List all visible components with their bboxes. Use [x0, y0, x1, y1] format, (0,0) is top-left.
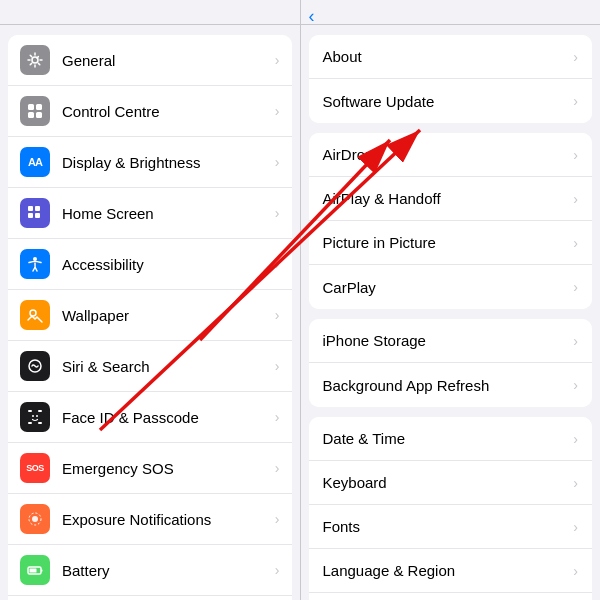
right-group-3: Date & Time›Keyboard›Fonts›Language & Re…	[309, 417, 593, 600]
right-chevron-airdrop-icon: ›	[573, 147, 578, 163]
left-item-battery[interactable]: Battery›	[8, 545, 292, 596]
right-item-iphone-storage[interactable]: iPhone Storage›	[309, 319, 593, 363]
right-item-airdrop[interactable]: AirDrop›	[309, 133, 593, 177]
homescreen-label: Home Screen	[62, 205, 275, 222]
accessibility-chevron-icon: ›	[275, 256, 280, 272]
siri-label: Siri & Search	[62, 358, 275, 375]
right-item-keyboard[interactable]: Keyboard›	[309, 461, 593, 505]
right-item-fonts[interactable]: Fonts›	[309, 505, 593, 549]
left-item-homescreen[interactable]: Home Screen›	[8, 188, 292, 239]
right-label-airplay: AirPlay & Handoff	[323, 190, 574, 207]
right-label-bg-refresh: Background App Refresh	[323, 377, 574, 394]
svg-rect-13	[38, 410, 42, 412]
right-panel: ‹ About›Software Update›AirDrop›AirPlay …	[301, 0, 601, 600]
svg-rect-22	[41, 570, 43, 572]
control-centre-label: Control Centre	[62, 103, 275, 120]
right-chevron-fonts-icon: ›	[573, 519, 578, 535]
svg-rect-14	[28, 422, 32, 424]
right-item-airplay[interactable]: AirPlay & Handoff›	[309, 177, 593, 221]
svg-point-9	[33, 257, 37, 261]
sos-icon: SOS	[20, 453, 50, 483]
right-label-airdrop: AirDrop	[323, 146, 574, 163]
wallpaper-chevron-icon: ›	[275, 307, 280, 323]
siri-icon	[20, 351, 50, 381]
faceid-icon	[20, 402, 50, 432]
right-item-dictionary[interactable]: Dictionary›	[309, 593, 593, 600]
svg-rect-2	[36, 104, 42, 110]
left-item-wallpaper[interactable]: Wallpaper›	[8, 290, 292, 341]
battery-chevron-icon: ›	[275, 562, 280, 578]
right-label-iphone-storage: iPhone Storage	[323, 332, 574, 349]
general-chevron-icon: ›	[275, 52, 280, 68]
right-item-language[interactable]: Language & Region›	[309, 549, 593, 593]
right-chevron-carplay-icon: ›	[573, 279, 578, 295]
general-icon	[20, 45, 50, 75]
battery-icon	[20, 555, 50, 585]
svg-rect-6	[35, 206, 40, 211]
left-item-accessibility[interactable]: Accessibility›	[8, 239, 292, 290]
left-item-sos[interactable]: SOSEmergency SOS›	[8, 443, 292, 494]
left-item-control-centre[interactable]: Control Centre›	[8, 86, 292, 137]
control-centre-icon	[20, 96, 50, 126]
svg-rect-5	[28, 206, 33, 211]
right-label-about: About	[323, 48, 574, 65]
battery-label: Battery	[62, 562, 275, 579]
svg-point-18	[32, 516, 38, 522]
exposure-icon	[20, 504, 50, 534]
right-label-language: Language & Region	[323, 562, 574, 579]
left-item-faceid[interactable]: Face ID & Passcode›	[8, 392, 292, 443]
right-group-0: About›Software Update›	[309, 35, 593, 123]
left-panel: General›Control Centre›AADisplay & Brigh…	[0, 0, 300, 600]
right-item-picture[interactable]: Picture in Picture›	[309, 221, 593, 265]
right-label-software-update: Software Update	[323, 93, 574, 110]
svg-rect-15	[38, 422, 42, 424]
exposure-label: Exposure Notifications	[62, 511, 275, 528]
svg-point-10	[30, 310, 36, 316]
left-item-exposure[interactable]: Exposure Notifications›	[8, 494, 292, 545]
svg-rect-1	[28, 104, 34, 110]
display-label: Display & Brightness	[62, 154, 275, 171]
left-panel-header	[0, 0, 300, 25]
svg-rect-4	[36, 112, 42, 118]
right-group-2: iPhone Storage›Background App Refresh›	[309, 319, 593, 407]
left-group-1: General›Control Centre›AADisplay & Brigh…	[8, 35, 292, 600]
right-group-1: AirDrop›AirPlay & Handoff›Picture in Pic…	[309, 133, 593, 309]
faceid-label: Face ID & Passcode	[62, 409, 275, 426]
accessibility-label: Accessibility	[62, 256, 275, 273]
right-chevron-bg-refresh-icon: ›	[573, 377, 578, 393]
svg-rect-21	[30, 569, 37, 573]
left-item-general[interactable]: General›	[8, 35, 292, 86]
right-label-fonts: Fonts	[323, 518, 574, 535]
settings-list: General›Control Centre›AADisplay & Brigh…	[0, 25, 300, 600]
left-item-display[interactable]: AADisplay & Brightness›	[8, 137, 292, 188]
accessibility-icon	[20, 249, 50, 279]
svg-rect-7	[28, 213, 33, 218]
right-label-date-time: Date & Time	[323, 430, 574, 447]
left-item-privacy[interactable]: Privacy›	[8, 596, 292, 600]
right-item-software-update[interactable]: Software Update›	[309, 79, 593, 123]
svg-rect-12	[28, 410, 32, 412]
right-panel-header: ‹	[301, 0, 601, 25]
wallpaper-icon	[20, 300, 50, 330]
siri-chevron-icon: ›	[275, 358, 280, 374]
left-item-siri[interactable]: Siri & Search›	[8, 341, 292, 392]
right-item-bg-refresh[interactable]: Background App Refresh›	[309, 363, 593, 407]
right-item-carplay[interactable]: CarPlay›	[309, 265, 593, 309]
wallpaper-label: Wallpaper	[62, 307, 275, 324]
general-settings-list: About›Software Update›AirDrop›AirPlay & …	[301, 25, 601, 600]
svg-rect-8	[35, 213, 40, 218]
right-item-date-time[interactable]: Date & Time›	[309, 417, 593, 461]
display-icon: AA	[20, 147, 50, 177]
control-centre-chevron-icon: ›	[275, 103, 280, 119]
right-label-carplay: CarPlay	[323, 279, 574, 296]
svg-point-17	[36, 415, 38, 417]
right-item-about[interactable]: About›	[309, 35, 593, 79]
homescreen-icon	[20, 198, 50, 228]
right-chevron-date-time-icon: ›	[573, 431, 578, 447]
right-chevron-picture-icon: ›	[573, 235, 578, 251]
back-button[interactable]: ‹	[309, 6, 317, 27]
faceid-chevron-icon: ›	[275, 409, 280, 425]
back-chevron-icon: ‹	[309, 6, 315, 27]
homescreen-chevron-icon: ›	[275, 205, 280, 221]
right-label-picture: Picture in Picture	[323, 234, 574, 251]
